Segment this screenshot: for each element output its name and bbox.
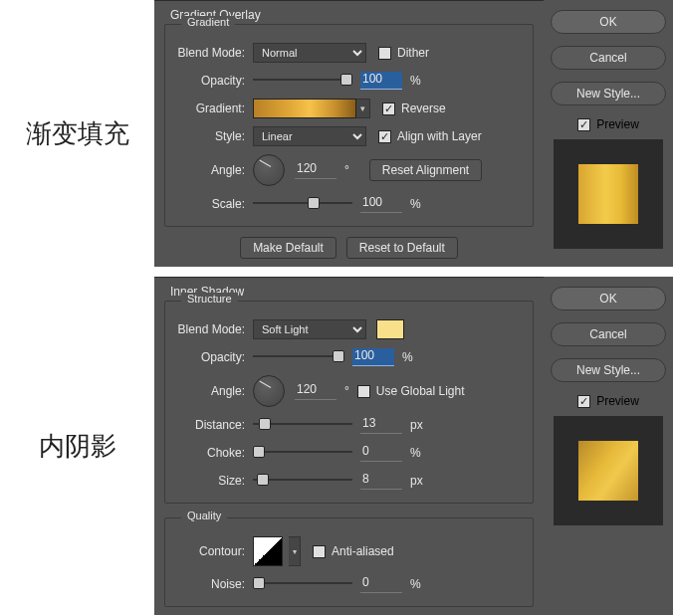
label-dither: Dither [397, 46, 429, 60]
group-label: Quality [181, 510, 227, 521]
unit-pct: % [410, 446, 421, 460]
noise-input[interactable]: 0 [360, 575, 402, 593]
cancel-button[interactable]: Cancel [551, 46, 666, 70]
angle-input[interactable]: 120 [295, 382, 336, 400]
label-scale: Scale: [175, 197, 253, 211]
unit-deg: ° [344, 163, 349, 177]
align-checkbox[interactable] [378, 130, 391, 143]
gradient-swatch[interactable] [253, 99, 356, 118]
opacity-input[interactable]: 100 [360, 72, 402, 90]
label-reverse: Reverse [401, 102, 446, 115]
global-light-checkbox[interactable] [357, 385, 370, 398]
reset-alignment-button[interactable]: Reset Alignment [369, 159, 482, 181]
label-opacity: Opacity: [175, 74, 253, 88]
label-contour: Contour: [175, 544, 253, 558]
ok-button[interactable]: OK [551, 10, 666, 34]
group-quality: Quality Contour: ▾ Anti-aliased Noise: 0… [164, 517, 534, 607]
preview-box [554, 139, 663, 249]
label-blend-mode: Blend Mode: [175, 322, 253, 336]
group-label: Structure [181, 293, 238, 305]
unit-px: px [410, 418, 423, 432]
new-style-button[interactable]: New Style... [551, 82, 666, 105]
style-select[interactable]: Linear [253, 126, 366, 146]
size-slider[interactable] [253, 474, 352, 488]
preview-checkbox[interactable] [577, 118, 590, 131]
distance-input[interactable]: 13 [360, 416, 402, 434]
label-style: Style: [175, 129, 253, 143]
label-anti-aliased: Anti-aliased [332, 544, 394, 558]
cn-label-inner-shadow: 内阴影 [0, 277, 154, 615]
opacity-slider[interactable] [253, 74, 352, 88]
unit-pct: % [410, 74, 421, 88]
unit-pct: % [410, 577, 421, 591]
opacity-input[interactable]: 100 [352, 348, 394, 366]
shadow-color-swatch[interactable] [376, 319, 404, 339]
distance-slider[interactable] [253, 418, 352, 432]
group-structure: Structure Blend Mode: Soft Light Opacity… [164, 301, 534, 504]
anti-aliased-checkbox[interactable] [313, 545, 326, 558]
label-size: Size: [175, 474, 253, 488]
unit-deg: ° [344, 384, 349, 398]
label-align: Align with Layer [397, 129, 482, 143]
label-choke: Choke: [175, 446, 253, 460]
dither-checkbox[interactable] [378, 47, 391, 60]
preview-checkbox[interactable] [577, 395, 590, 408]
group-label: Gradient [181, 16, 235, 28]
noise-slider[interactable] [253, 577, 352, 591]
choke-input[interactable]: 0 [360, 444, 402, 462]
label-preview: Preview [596, 394, 639, 408]
choke-slider[interactable] [253, 446, 352, 460]
label-opacity: Opacity: [175, 350, 253, 364]
cn-label-gradient: 渐变填充 [0, 0, 154, 267]
unit-pct: % [402, 350, 413, 364]
reverse-checkbox[interactable] [382, 103, 395, 115]
size-input[interactable]: 8 [360, 472, 402, 490]
cancel-button[interactable]: Cancel [551, 322, 666, 346]
blend-mode-select[interactable]: Normal [253, 43, 366, 63]
label-angle: Angle: [175, 163, 253, 177]
angle-dial[interactable] [253, 154, 285, 186]
label-distance: Distance: [175, 418, 253, 432]
label-angle: Angle: [175, 384, 253, 398]
group-gradient: Gradient Blend Mode: Normal Dither Opaci… [164, 24, 534, 227]
panel-gradient-overlay: Gradient Overlay Gradient Blend Mode: No… [154, 0, 544, 267]
ok-button[interactable]: OK [551, 287, 666, 310]
label-preview: Preview [596, 117, 639, 131]
unit-px: px [410, 474, 423, 488]
label-global-light: Use Global Light [376, 384, 465, 398]
label-noise: Noise: [175, 577, 253, 591]
sidebar: OK Cancel New Style... Preview [544, 0, 673, 267]
opacity-slider[interactable] [253, 350, 344, 364]
scale-slider[interactable] [253, 197, 352, 211]
label-gradient: Gradient: [175, 102, 253, 115]
label-blend-mode: Blend Mode: [175, 46, 253, 60]
angle-dial[interactable] [253, 375, 285, 407]
preview-box [554, 416, 663, 525]
scale-input[interactable]: 100 [360, 195, 402, 213]
contour-swatch[interactable] [253, 536, 283, 566]
unit-pct: % [410, 197, 421, 211]
sidebar: OK Cancel New Style... Preview [544, 277, 673, 615]
new-style-button[interactable]: New Style... [551, 358, 666, 382]
panel-inner-shadow: Inner Shadow Structure Blend Mode: Soft … [154, 277, 544, 615]
reset-default-button[interactable]: Reset to Default [346, 237, 458, 259]
make-default-button[interactable]: Make Default [240, 237, 336, 259]
gradient-dropdown[interactable]: ▾ [356, 99, 370, 118]
contour-dropdown[interactable]: ▾ [289, 536, 301, 566]
blend-mode-select[interactable]: Soft Light [253, 319, 366, 339]
angle-input[interactable]: 120 [295, 161, 336, 179]
